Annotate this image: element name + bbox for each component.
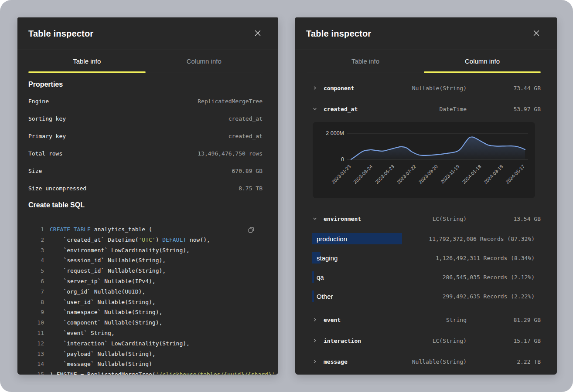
- sql-line-code: `request_id` Nullable(String),: [50, 266, 166, 276]
- properties-list: EngineReplicatedMergeTreeSorting keycrea…: [28, 92, 263, 197]
- column-row-message[interactable]: messageNullable(String)2.22 TB: [307, 351, 541, 372]
- column-size: 53.97 GB: [513, 106, 541, 112]
- value-row-other: Other299,492,635 Records (2.22%): [307, 287, 541, 306]
- property-value: 670.89 GB: [232, 168, 263, 174]
- x-tick-label: 2023-05-23: [374, 164, 395, 185]
- dialog-title: Table inspector: [28, 29, 93, 39]
- sql-line-code: `component` Nullable(String),: [50, 318, 162, 328]
- sql-token: `payload` Nullable(String),: [50, 351, 156, 357]
- property-value: created_at: [229, 133, 263, 139]
- value-records: 1,126,492,311 Records (8.34%): [436, 255, 535, 261]
- copy-icon: [248, 228, 255, 235]
- value-records: 286,545,035 Records (2.12%): [443, 274, 535, 280]
- column-type: LC(String): [433, 216, 467, 222]
- x-tick-label: 2023-11-19: [440, 164, 460, 185]
- table-inspector-dialog-column-info: Table inspector Table info Column info c…: [295, 17, 557, 375]
- sql-line-number: 8: [28, 297, 44, 308]
- tab-bar: Table info Column info: [307, 50, 541, 72]
- sql-lines: 1CREATE TABLE analytics_table (2 `create…: [28, 224, 263, 375]
- value-row-staging: staging1,126,492,311 Records (8.34%): [307, 248, 541, 267]
- sql-line: 14 `message` Nullable(String): [28, 359, 263, 369]
- x-tick-label: 2023-09-20: [418, 164, 439, 185]
- property-row: Size uncompressed8.75 TB: [28, 179, 263, 197]
- page-background: Table inspector Table info Column info P…: [0, 0, 573, 392]
- sql-line-number: 5: [28, 266, 44, 276]
- sql-line-code: `created_at` DateTime('UTC') DEFAULT now…: [50, 235, 210, 245]
- tab-table-info[interactable]: Table info: [28, 50, 146, 72]
- tab-bar: Table info Column info: [28, 50, 263, 72]
- chevron-right-icon: [307, 359, 324, 364]
- property-row: Size670.89 GB: [28, 162, 263, 179]
- column-type: LC(String): [433, 338, 467, 344]
- column-row-component[interactable]: componentNullable(String)73.44 GB: [307, 78, 541, 98]
- sql-token: ): [156, 237, 163, 243]
- column-row-environment[interactable]: environmentLC(String)13.54 GB: [307, 208, 541, 229]
- chevron-right-icon: [307, 86, 324, 90]
- property-label: Primary key: [28, 133, 66, 139]
- sql-token: `message` Nullable(String): [50, 361, 152, 367]
- sql-line-number: 15: [28, 369, 44, 375]
- sql-token: `environment` LowCardinality(String),: [50, 247, 190, 253]
- column-name: environment: [324, 216, 433, 222]
- close-icon: [255, 30, 261, 37]
- sql-line: 7 `org_id` Nullable(UUID),: [28, 287, 263, 297]
- x-tick-label: 2023-07-22: [396, 164, 417, 185]
- close-button[interactable]: [532, 28, 541, 39]
- copy-sql-button[interactable]: [247, 226, 256, 236]
- column-value-distribution: production11,792,372,086 Records (87.32%…: [307, 229, 541, 306]
- columns-list: componentNullable(String)73.44 GBcreated…: [307, 78, 541, 372]
- sql-line-code: `interaction` LowCardinality(String),: [50, 338, 190, 349]
- column-type: Nullable(String): [412, 85, 467, 91]
- column-row-created_at[interactable]: created_atDateTime53.97 GB: [307, 98, 541, 119]
- sql-line-number: 3: [28, 245, 44, 256]
- property-row: EngineReplicatedMergeTree: [28, 92, 263, 110]
- sql-line: 2 `created_at` DateTime('UTC') DEFAULT n…: [28, 235, 263, 245]
- sql-line-code: `namespace` Nullable(String),: [50, 307, 162, 318]
- column-name: interaction: [324, 338, 433, 344]
- sql-line-code: `event` String,: [50, 328, 115, 338]
- sql-line: 12 `interaction` LowCardinality(String),: [28, 338, 263, 349]
- column-row-interaction[interactable]: interactionLC(String)15.17 GB: [307, 330, 541, 351]
- tab-table-info[interactable]: Table info: [307, 50, 424, 72]
- sql-token: analytics_table (: [91, 226, 152, 233]
- property-value: ReplicatedMergeTree: [198, 98, 263, 105]
- column-row-event[interactable]: eventString81.29 GB: [307, 309, 541, 330]
- sql-line: 13 `payload` Nullable(String),: [28, 349, 263, 359]
- sql-line-number: 14: [28, 359, 44, 369]
- sql-line: 11 `event` String,: [28, 328, 263, 338]
- sql-line: 4 `session_id` Nullable(String),: [28, 255, 263, 266]
- x-tick-label: 2024-03-18: [483, 164, 504, 185]
- sql-token: `request_id` Nullable(String),: [50, 267, 166, 274]
- sql-token: `created_at` DateTime(: [50, 237, 139, 243]
- sql-token: `component` Nullable(String),: [50, 319, 162, 326]
- close-button[interactable]: [253, 28, 263, 39]
- property-label: Engine: [28, 98, 49, 105]
- column-name: component: [324, 85, 412, 91]
- sql-token: `org_id` Nullable(UUID),: [50, 288, 145, 295]
- property-row: Total rows13,496,476,750 rows: [28, 145, 263, 162]
- column-name: event: [324, 317, 446, 323]
- sql-line: 3 `environment` LowCardinality(String),: [28, 245, 263, 256]
- value-label: Other: [317, 293, 333, 300]
- column-size: 15.17 GB: [513, 338, 541, 344]
- sql-line-code: `message` Nullable(String): [50, 359, 152, 369]
- tab-column-info[interactable]: Column info: [146, 50, 263, 72]
- property-label: Sorting key: [28, 115, 66, 122]
- create-table-sql-heading: Create table SQL: [28, 200, 263, 210]
- column-size: 13.54 GB: [513, 216, 541, 222]
- sql-line: 6 `server_ip` Nullable(IPv4),: [28, 276, 263, 287]
- sql-token: 'UTC': [139, 237, 156, 243]
- sql-line-code: `session_id` Nullable(String),: [50, 255, 166, 266]
- sql-line-code: `user_id` Nullable(String),: [50, 297, 156, 308]
- chevron-right-icon: [307, 318, 324, 322]
- tab-column-info[interactable]: Column info: [424, 50, 541, 72]
- x-tick-label: 2024-01-18: [461, 164, 482, 185]
- property-label: Size: [28, 168, 42, 174]
- dialog-header: Table inspector: [17, 17, 278, 50]
- column-name: message: [324, 358, 412, 365]
- sql-line: 5 `request_id` Nullable(String),: [28, 266, 263, 276]
- chevron-right-icon: [307, 338, 324, 343]
- property-row: Sorting keycreated_at: [28, 110, 263, 127]
- sql-line-number: 4: [28, 255, 44, 266]
- sql-line-number: 1: [28, 224, 44, 235]
